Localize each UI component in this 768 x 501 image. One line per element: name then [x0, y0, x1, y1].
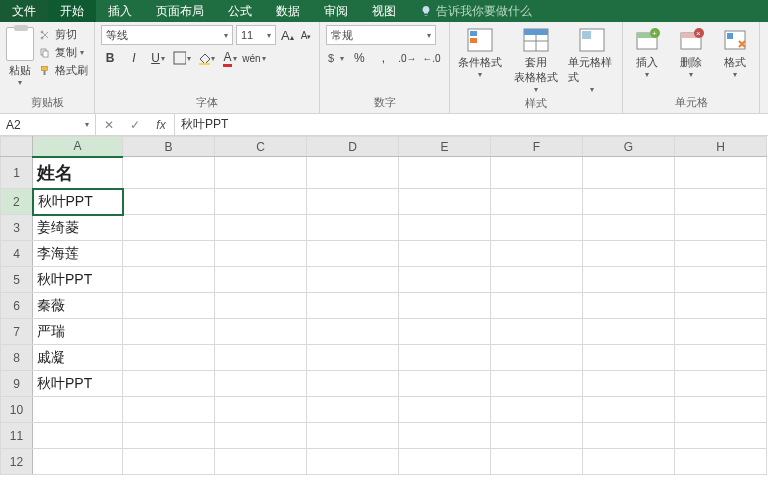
- cell-C9[interactable]: [215, 371, 307, 397]
- cell-C11[interactable]: [215, 423, 307, 449]
- cell-A6[interactable]: 秦薇: [33, 293, 123, 319]
- column-header-D[interactable]: D: [307, 137, 399, 157]
- number-format-combo[interactable]: 常规▾: [326, 25, 436, 45]
- cell-F11[interactable]: [491, 423, 583, 449]
- increase-decimal-button[interactable]: .0→: [398, 49, 416, 67]
- cell-D6[interactable]: [307, 293, 399, 319]
- cell-H5[interactable]: [675, 267, 767, 293]
- cell-styles-button[interactable]: 单元格样式▾: [568, 25, 616, 94]
- column-header-B[interactable]: B: [123, 137, 215, 157]
- cell-F3[interactable]: [491, 215, 583, 241]
- cell-D12[interactable]: [307, 449, 399, 475]
- cell-B4[interactable]: [123, 241, 215, 267]
- cell-H12[interactable]: [675, 449, 767, 475]
- row-header-9[interactable]: 9: [1, 371, 33, 397]
- cell-D5[interactable]: [307, 267, 399, 293]
- confirm-edit-button[interactable]: ✓: [122, 118, 148, 132]
- cell-B8[interactable]: [123, 345, 215, 371]
- row-header-1[interactable]: 1: [1, 157, 33, 189]
- tab-formulas[interactable]: 公式: [216, 0, 264, 22]
- cell-H6[interactable]: [675, 293, 767, 319]
- cell-E1[interactable]: [399, 157, 491, 189]
- column-header-H[interactable]: H: [675, 137, 767, 157]
- cell-C3[interactable]: [215, 215, 307, 241]
- cell-C10[interactable]: [215, 397, 307, 423]
- cell-G11[interactable]: [583, 423, 675, 449]
- cell-D4[interactable]: [307, 241, 399, 267]
- cancel-edit-button[interactable]: ✕: [96, 118, 122, 132]
- cell-A8[interactable]: 戚凝: [33, 345, 123, 371]
- copy-button[interactable]: 复制▾: [38, 45, 88, 60]
- bold-button[interactable]: B: [101, 49, 119, 67]
- tab-insert[interactable]: 插入: [96, 0, 144, 22]
- row-header-3[interactable]: 3: [1, 215, 33, 241]
- cell-D2[interactable]: [307, 189, 399, 215]
- cell-C5[interactable]: [215, 267, 307, 293]
- cell-C4[interactable]: [215, 241, 307, 267]
- comma-button[interactable]: ,: [374, 49, 392, 67]
- cell-D8[interactable]: [307, 345, 399, 371]
- font-name-combo[interactable]: 等线▾: [101, 25, 233, 45]
- phonetic-button[interactable]: wén▾: [245, 49, 263, 67]
- cell-H3[interactable]: [675, 215, 767, 241]
- tell-me[interactable]: 告诉我你要做什么: [408, 0, 544, 22]
- cell-C12[interactable]: [215, 449, 307, 475]
- cell-E5[interactable]: [399, 267, 491, 293]
- cell-F2[interactable]: [491, 189, 583, 215]
- cell-B11[interactable]: [123, 423, 215, 449]
- column-header-G[interactable]: G: [583, 137, 675, 157]
- cell-B1[interactable]: [123, 157, 215, 189]
- cell-F8[interactable]: [491, 345, 583, 371]
- format-table-button[interactable]: 套用 表格格式▾: [512, 25, 560, 94]
- cell-B12[interactable]: [123, 449, 215, 475]
- cell-E3[interactable]: [399, 215, 491, 241]
- font-size-combo[interactable]: 11▾: [236, 25, 276, 45]
- cell-H2[interactable]: [675, 189, 767, 215]
- cell-G7[interactable]: [583, 319, 675, 345]
- border-button[interactable]: ▾: [173, 49, 191, 67]
- cell-F1[interactable]: [491, 157, 583, 189]
- tab-review[interactable]: 审阅: [312, 0, 360, 22]
- cell-F6[interactable]: [491, 293, 583, 319]
- cell-B9[interactable]: [123, 371, 215, 397]
- column-header-E[interactable]: E: [399, 137, 491, 157]
- tab-file[interactable]: 文件: [0, 0, 48, 22]
- cell-E9[interactable]: [399, 371, 491, 397]
- cell-D3[interactable]: [307, 215, 399, 241]
- row-header-7[interactable]: 7: [1, 319, 33, 345]
- underline-button[interactable]: U▾: [149, 49, 167, 67]
- fill-color-button[interactable]: ▾: [197, 49, 215, 67]
- cell-D11[interactable]: [307, 423, 399, 449]
- cell-H1[interactable]: [675, 157, 767, 189]
- cell-A12[interactable]: [33, 449, 123, 475]
- cell-G8[interactable]: [583, 345, 675, 371]
- format-painter-button[interactable]: 格式刷: [38, 63, 88, 78]
- cell-E10[interactable]: [399, 397, 491, 423]
- cell-G9[interactable]: [583, 371, 675, 397]
- cell-G3[interactable]: [583, 215, 675, 241]
- grow-font-button[interactable]: A▴: [279, 28, 296, 43]
- cell-E2[interactable]: [399, 189, 491, 215]
- cell-G12[interactable]: [583, 449, 675, 475]
- font-color-button[interactable]: A▾: [221, 49, 239, 67]
- italic-button[interactable]: I: [125, 49, 143, 67]
- shrink-font-button[interactable]: A▾: [299, 30, 314, 41]
- conditional-format-button[interactable]: 条件格式▾: [456, 25, 504, 79]
- row-header-8[interactable]: 8: [1, 345, 33, 371]
- cell-A9[interactable]: 秋叶PPT: [33, 371, 123, 397]
- cell-F4[interactable]: [491, 241, 583, 267]
- cell-G10[interactable]: [583, 397, 675, 423]
- cell-B3[interactable]: [123, 215, 215, 241]
- percent-button[interactable]: %: [350, 49, 368, 67]
- cell-G2[interactable]: [583, 189, 675, 215]
- cell-F9[interactable]: [491, 371, 583, 397]
- cell-D9[interactable]: [307, 371, 399, 397]
- cell-F12[interactable]: [491, 449, 583, 475]
- column-header-C[interactable]: C: [215, 137, 307, 157]
- row-header-10[interactable]: 10: [1, 397, 33, 423]
- cell-B6[interactable]: [123, 293, 215, 319]
- cell-F5[interactable]: [491, 267, 583, 293]
- row-header-12[interactable]: 12: [1, 449, 33, 475]
- cell-D7[interactable]: [307, 319, 399, 345]
- fx-button[interactable]: fx: [148, 118, 174, 132]
